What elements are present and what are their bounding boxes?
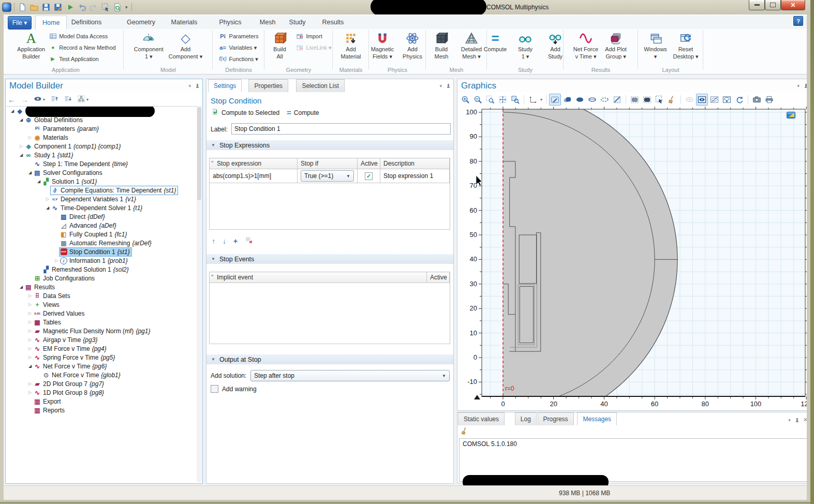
tree-item-1d-plot-group-8[interactable]: ▷∿1D Plot Group 8{pg8} <box>6 388 197 397</box>
stop-events-section[interactable]: ▼Stop Events <box>206 254 453 264</box>
tree-item-export[interactable]: ▥Export <box>6 397 197 406</box>
collapse-arrow-icon[interactable]: ◢ <box>36 179 42 184</box>
select-solid-button[interactable] <box>574 94 586 106</box>
collapse-arrow-icon[interactable]: ◢ <box>18 153 24 157</box>
description-cell[interactable]: Stop expression 1 <box>380 169 450 183</box>
expand-arrow-icon[interactable]: ▷ <box>27 355 33 360</box>
select-mode-button[interactable] <box>549 94 561 106</box>
tree-item-information-1[interactable]: ▷iInformation 1{prob1} <box>6 256 197 265</box>
study-1-button[interactable]: Study1 ▾ <box>511 30 539 64</box>
stop-expression-cell[interactable]: abs(comp1.s)>1[mm] <box>210 169 298 183</box>
application-menu-icon[interactable] <box>2 3 11 12</box>
forward-button[interactable]: → <box>21 96 28 103</box>
tree-item-direct[interactable]: ▨Direct{dDef} <box>6 212 197 221</box>
collapse-arrow-icon[interactable]: ◢ <box>9 109 16 113</box>
hide-objects-button[interactable] <box>684 94 695 106</box>
tree-item-data-sets[interactable]: ▷⠿Data Sets <box>6 291 197 300</box>
tree-item-automatic-remeshing[interactable]: ▦Automatic Remeshing{arDef} <box>6 239 197 247</box>
hide-selected-button[interactable] <box>708 94 720 106</box>
expand-arrow-icon[interactable]: ▷ <box>27 329 33 333</box>
col-header[interactable]: Stop expression <box>210 158 298 169</box>
expand-arrow-icon[interactable]: ▷ <box>27 320 33 324</box>
select-band-dashed-button[interactable] <box>599 94 611 106</box>
minimize-button[interactable] <box>749 0 765 10</box>
component-1-button[interactable]: Component1 ▾ <box>132 30 165 64</box>
tree-item-advanced[interactable]: ◿Advanced{aDef} <box>6 221 197 230</box>
expand-arrow-icon[interactable]: ▷ <box>27 346 33 351</box>
tab-geometry[interactable]: Geometry <box>120 16 162 29</box>
col-header[interactable]: Stop if <box>298 158 358 169</box>
save-button[interactable] <box>41 2 51 12</box>
tree-item-fully-coupled-1[interactable]: ◧Fully Coupled 1{fc1} <box>6 230 197 239</box>
tree-item-airgap-v-time[interactable]: ▷∿Airgap v Time{pg3} <box>6 335 197 344</box>
tree-item-net-force-v-time[interactable]: ◢∿Net Force v Time{pg6} <box>6 362 197 370</box>
pin-icon[interactable] <box>795 418 799 422</box>
tab-selection-list[interactable]: Selection List <box>296 79 344 92</box>
tab-progress[interactable]: Progress <box>538 412 574 425</box>
build-all-button[interactable]: BuildAll <box>266 30 294 64</box>
clip-insert-button[interactable] <box>629 94 641 106</box>
expand-all-button[interactable] <box>64 95 72 105</box>
stop-events-table[interactable]: » Implicit event Active <box>209 272 450 344</box>
model-tree-node-button[interactable]: ▾ <box>77 95 88 105</box>
col-header[interactable]: Description <box>380 158 450 169</box>
select-band-button[interactable] <box>586 94 598 106</box>
move-up-button[interactable]: ↑ <box>212 237 215 245</box>
tree-scrollbar[interactable] <box>197 106 202 482</box>
preview-report-button[interactable] <box>112 2 123 12</box>
snapshot-button[interactable] <box>751 94 763 106</box>
stop-if-dropdown[interactable]: True (>=1)▼ <box>301 170 354 182</box>
show-options-button[interactable]: ▾ <box>34 95 45 105</box>
zoom-out-button[interactable] <box>472 94 484 106</box>
livelink-button[interactable]: LiveLink ▾ <box>296 43 332 52</box>
reset-hiding-button[interactable] <box>733 94 745 106</box>
tree-item-solution-1[interactable]: ◢▞Solution 1{sol1} <box>6 177 197 186</box>
plot-svg[interactable]: 020406080100120-100102030405060708090100… <box>457 107 808 410</box>
tree-item-time-dependent-solver-1[interactable]: ◢∿Time-Dependent Solver 1{t1} <box>6 203 197 212</box>
tree-item-net-force-v-time[interactable]: ⊙Net Force v Time{glob1} <box>6 370 197 379</box>
tree-item-2d-plot-group-7[interactable]: ▷▰2D Plot Group 7{pg7} <box>6 379 197 388</box>
undo-button[interactable] <box>77 2 87 12</box>
build-mesh-button[interactable]: BuildMesh <box>427 30 455 64</box>
plot-canvas[interactable]: 020406080100120-100102030405060708090100… <box>457 107 811 410</box>
panel-menu-icon[interactable]: ▾ <box>188 83 191 88</box>
expand-arrow-icon[interactable]: ▷ <box>27 337 33 342</box>
open-file-button[interactable] <box>29 2 39 12</box>
magnetic-fields-button[interactable]: MagneticFields ▾ <box>368 30 396 64</box>
add-physics-button[interactable]: AddPhysics <box>398 30 426 64</box>
label-input[interactable] <box>231 123 451 135</box>
variables-button[interactable]: a=Variables ▾ <box>219 43 259 52</box>
tree-item-magnetic-flux-density-norm-mf[interactable]: ▷▰Magnetic Flux Density Norm (mf){pg1} <box>6 327 197 335</box>
print-button[interactable] <box>763 94 775 106</box>
windows-button[interactable]: Windows▾ <box>642 30 670 64</box>
active-checkbox[interactable]: ✓ <box>365 172 373 180</box>
col-header[interactable]: Active <box>358 158 380 169</box>
tree-item-em-force-v-time[interactable]: ▷∿EM Force v Time{pg4} <box>6 344 197 353</box>
file-menu-button[interactable]: File ▾ <box>8 16 32 29</box>
test-application-button[interactable]: ▶Test Application <box>49 54 115 64</box>
expand-arrow-icon[interactable]: ▷ <box>45 197 51 201</box>
compute-button[interactable]: =Compute <box>287 108 319 117</box>
collapse-all-button[interactable] <box>50 95 58 105</box>
tab-static-values[interactable]: Static values <box>458 412 505 425</box>
col-header[interactable]: Implicit event <box>210 272 427 283</box>
pin-icon[interactable] <box>195 84 199 88</box>
tree-item-views[interactable]: ▷+Views <box>6 300 197 309</box>
tab-messages[interactable]: Messages <box>577 412 617 425</box>
application-builder-button[interactable]: AApplicationBuilder <box>16 30 47 64</box>
pin-icon[interactable] <box>446 84 450 88</box>
expand-arrow-icon[interactable]: ▷ <box>27 390 33 395</box>
qat-dropdown[interactable]: ▾ <box>124 5 129 10</box>
tree-item-study-1[interactable]: ◢∞Study 1{std1} <box>6 151 197 159</box>
tree-item-step-1-time-dependent[interactable]: ∿Step 1: Time Dependent{time} <box>6 159 197 168</box>
add-row-button[interactable]: + <box>233 237 238 245</box>
expand-arrow-icon[interactable]: ▷ <box>27 293 33 298</box>
table-row[interactable]: abs(comp1.s)>1[mm] True (>=1)▼ ✓ Stop ex… <box>210 169 450 183</box>
col-header[interactable]: Active <box>427 272 450 283</box>
tree-item-derived-values[interactable]: ▷8.85Derived Values <box>6 309 197 318</box>
tab-physics[interactable]: Physics <box>212 16 248 29</box>
add-warning-checkbox[interactable] <box>211 385 218 393</box>
tab-settings[interactable]: Settings <box>208 79 242 92</box>
collapse-arrow-icon[interactable]: ◢ <box>18 285 24 289</box>
show-all-button[interactable] <box>696 94 708 106</box>
